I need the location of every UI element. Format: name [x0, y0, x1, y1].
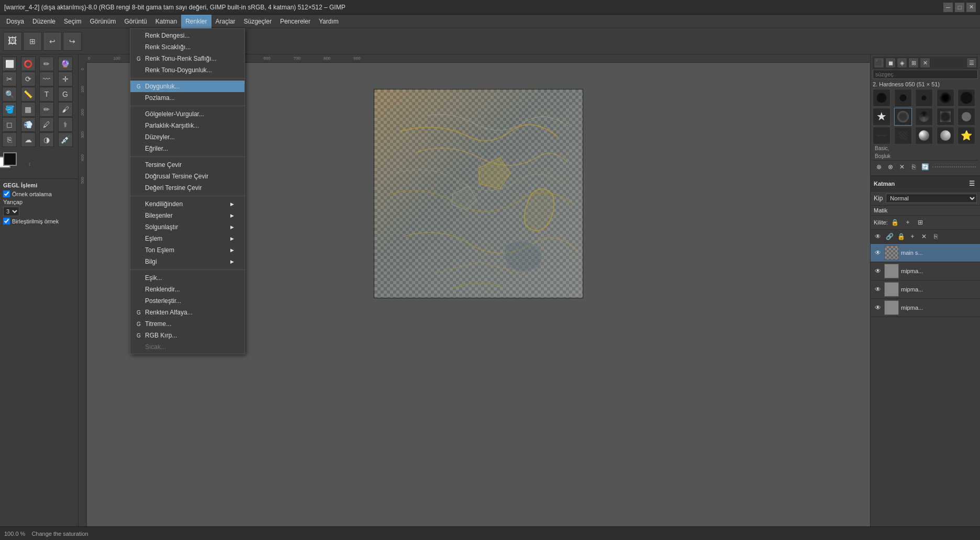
tool-warp[interactable]: 〰	[39, 72, 54, 86]
brushes-view-toggle[interactable]: ☰	[966, 58, 977, 68]
menu-renkler[interactable]: Renkler	[181, 15, 211, 28]
size-select[interactable]: 321	[3, 207, 19, 216]
brush-item-10[interactable]	[957, 108, 975, 126]
colors-menu-renk-sicakligi[interactable]: Renk Sıcaklığı...	[130, 41, 244, 53]
colors-menu-egriler[interactable]: Eğriler...	[130, 143, 244, 154]
toolbar-redo[interactable]: ↪	[63, 32, 82, 51]
colors-menu-golgeleler[interactable]: Gölgeleler-Vurgular...	[130, 108, 244, 120]
tool-zoom[interactable]: 🔍	[2, 87, 17, 102]
tool-rect-select[interactable]: ⬜	[2, 57, 17, 71]
colors-menu-renk-dengesi[interactable]: Renk Dengesi...	[130, 30, 244, 41]
colors-menu-kendiliğinden[interactable]: Kendiliğinden	[130, 198, 244, 210]
colors-menu-esik[interactable]: Eşik...	[130, 272, 244, 284]
colors-menu-posterles[interactable]: Posterleştir...	[130, 295, 244, 307]
layer-eye-1[interactable]: 👁	[874, 267, 882, 275]
menu-goruntu[interactable]: Görüntü	[120, 15, 151, 28]
brush-item-14[interactable]	[937, 127, 954, 144]
panel-icon-4[interactable]: ⊞	[908, 58, 919, 68]
brush-tool-2[interactable]: ⊗	[885, 162, 896, 172]
layers-mode-select[interactable]: Normal Çarpma Ekran Bindirme	[886, 194, 977, 203]
colors-menu-ton-eslem[interactable]: Ton Eşlem	[130, 244, 244, 256]
colors-menu-tersine[interactable]: Tersine Çevir	[130, 159, 244, 171]
brush-tool-1[interactable]: ⊕	[874, 162, 884, 172]
layer-add-btn[interactable]: +	[907, 231, 918, 242]
close-button[interactable]: ✕	[966, 3, 976, 12]
layer-duplicate-btn[interactable]: ⎘	[930, 231, 941, 242]
tool-clone[interactable]: ⎘	[2, 132, 17, 147]
colors-menu-duzeyler[interactable]: Düzeyler...	[130, 131, 244, 143]
layer-row-0[interactable]: 👁 main s...	[871, 244, 980, 262]
colors-menu-degeri-tersine[interactable]: Değeri Tersine Çevir	[130, 182, 244, 194]
menu-araclar[interactable]: Araçlar	[211, 15, 240, 28]
menu-yardim[interactable]: Yardım	[315, 15, 343, 28]
colors-menu-doygunluk[interactable]: G Doygunluk...	[130, 81, 244, 92]
brush-tool-5[interactable]: 🔄	[920, 162, 930, 172]
colors-menu-renk-tonu-safligi[interactable]: G Renk Tonu-Renk Saflığı...	[130, 53, 244, 64]
tool-color-picker[interactable]: 💉	[58, 132, 73, 147]
toolbar-zoom-fit[interactable]: ⊞	[23, 32, 42, 51]
colors-menu-renk-tonu-doygunluk[interactable]: Renk Tonu-Doygunluk...	[130, 64, 244, 76]
foreground-color-swatch[interactable]	[3, 152, 17, 166]
colors-menu-renklendir[interactable]: Renklendir...	[130, 284, 244, 295]
menu-katman[interactable]: Katman	[151, 15, 181, 28]
maximize-button[interactable]: □	[955, 3, 964, 12]
tool-free-select[interactable]: ✏	[39, 57, 54, 71]
layer-link-btn[interactable]: 🔗	[884, 231, 895, 242]
brush-tool-3[interactable]: ✕	[897, 162, 907, 172]
colors-menu-dogrusal-tersine[interactable]: Doğrusal Tersine Çevir	[130, 171, 244, 182]
tool-move[interactable]: ✛	[58, 72, 73, 86]
layer-row-1[interactable]: 👁 mipma...	[871, 262, 980, 280]
tool-pencil[interactable]: ✏	[39, 102, 54, 117]
lock-all-btn[interactable]: ⊞	[915, 217, 926, 228]
layer-visibility-btn[interactable]: 👁	[873, 231, 883, 242]
tool-airbrush[interactable]: 💨	[21, 117, 36, 132]
layers-config-btn[interactable]: ☰	[966, 178, 977, 189]
colors-menu-titreme[interactable]: G Titreme...	[130, 318, 244, 330]
menu-dosya[interactable]: Dosya	[2, 15, 28, 28]
tool-eraser[interactable]: ◻	[2, 117, 17, 132]
lock-position-btn[interactable]: +	[903, 217, 913, 228]
tool-dodge[interactable]: ◑	[39, 132, 54, 147]
menu-secim[interactable]: Seçim	[60, 15, 85, 28]
colors-menu-bilesенler[interactable]: Bileşenler	[130, 210, 244, 221]
layer-lock-btn[interactable]: 🔒	[896, 231, 906, 242]
brush-item-15[interactable]: ⭐	[957, 127, 975, 144]
brush-tool-4[interactable]: ⎘	[908, 162, 919, 172]
layer-eye-3[interactable]: 👁	[874, 303, 882, 312]
layer-eye-2[interactable]: 👁	[874, 285, 882, 294]
colors-menu-rgb-kirp[interactable]: G RGB Kırp...	[130, 330, 244, 341]
tool-ink[interactable]: 🖊	[39, 117, 54, 132]
brush-item-1[interactable]	[873, 89, 890, 107]
brush-item-8[interactable]	[915, 108, 933, 126]
brush-item-12[interactable]	[894, 127, 912, 144]
colors-menu-sicak[interactable]: Sıcak...	[130, 341, 244, 353]
tool-gegl[interactable]: G	[58, 87, 73, 102]
lock-pixels-btn[interactable]: 🔒	[890, 217, 900, 228]
brush-item-9[interactable]	[937, 108, 954, 126]
menu-suzgecler[interactable]: Süzgeçler	[240, 15, 276, 28]
panel-icon-1[interactable]: ⬛	[874, 58, 884, 68]
tool-crop[interactable]: ✂	[2, 72, 17, 86]
menu-pencereler[interactable]: Pencereler	[276, 15, 315, 28]
brush-item-5[interactable]	[957, 89, 975, 107]
menu-duzenle[interactable]: Düzenle	[28, 15, 60, 28]
sample-merged-checkbox[interactable]	[3, 190, 10, 197]
brush-item-3[interactable]	[915, 89, 933, 107]
colors-menu-eslem[interactable]: Eşlem	[130, 233, 244, 244]
layer-row-3[interactable]: 👁 mipma...	[871, 299, 980, 317]
colors-menu-solgunlastir[interactable]: Solgunlaştır	[130, 221, 244, 233]
brush-item-11[interactable]	[873, 127, 890, 144]
panel-icon-5[interactable]: ✕	[920, 58, 930, 68]
tool-gradient[interactable]: ▦	[21, 102, 36, 117]
tool-smudge[interactable]: ☁	[21, 132, 36, 147]
brush-item-6[interactable]: ★	[873, 108, 890, 126]
colors-menu-pozlama[interactable]: Pozlama...	[130, 92, 244, 104]
brush-item-13[interactable]	[915, 127, 933, 144]
brush-item-4[interactable]	[937, 89, 954, 107]
toolbar-undo[interactable]: ↩	[43, 32, 62, 51]
colors-menu-parlaklik[interactable]: Parlaklık-Karşıtlık...	[130, 120, 244, 131]
tool-paintbrush[interactable]: 🖌	[58, 102, 73, 117]
brushes-filter-input[interactable]	[873, 70, 978, 79]
colors-menu-renkten-alfaya[interactable]: G Renkten Alfaya...	[130, 307, 244, 318]
menu-goruntü[interactable]: Görünüm	[85, 15, 120, 28]
